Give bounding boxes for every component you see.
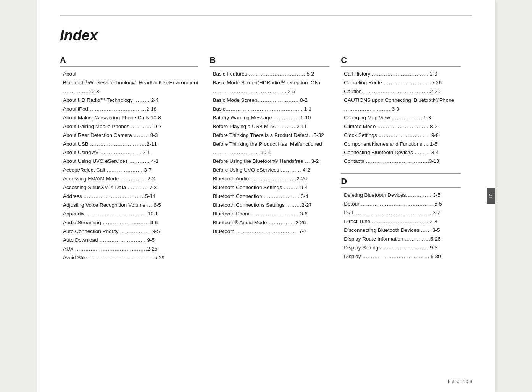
section-letter-a: A: [60, 55, 198, 67]
page-title: Index: [60, 27, 472, 44]
index-entry: Battery Warning Message …………… 1-10: [210, 114, 329, 122]
index-entry: Auto Connection Priority ……………… 9-5: [60, 227, 198, 236]
index-entry: Display Route Information ……………5-26: [341, 235, 461, 244]
index-entry: About Rear Detection Camera ……… 8-3: [60, 131, 198, 140]
section-c: CCall History …………………………… 3-9Canceling R…: [341, 55, 461, 166]
index-entry: Component Names and Functions … 1-5: [341, 140, 461, 149]
index-entry: Bluetooth® Audio Mode …………… 2-26: [210, 218, 329, 227]
index-entry: Appendix ………………………………10-1: [60, 210, 198, 218]
index-entry: Display Settings ……………………… 9-3: [341, 244, 461, 252]
index-entry: About Using UVO eServices ………… 4-1: [60, 157, 198, 166]
index-entry: Caution………………………………….2-20: [341, 87, 461, 96]
index-entry: Avoid Street ………………………………5-29: [60, 254, 198, 262]
index-entry: About HD Radio™ Technology ……… 2-4: [60, 96, 198, 105]
index-entry: Display ………………………………….5-30: [341, 252, 461, 261]
index-entry: Direct Tune …………………………… 2-8: [341, 217, 461, 226]
page-container: Index AAbout Bluetooth®WirelessTechnolog…: [37, 0, 495, 392]
index-entry: Before Using the Bluetooth® Handsfree … …: [210, 157, 329, 166]
column-cd: CCall History …………………………… 3-9Canceling R…: [341, 55, 472, 268]
index-entry: Call History …………………………… 3-9: [341, 70, 461, 79]
index-entry: Audio Streaming ……………………… 9-6: [60, 218, 198, 227]
index-entry: Canceling Route ……………………….5-26: [341, 79, 461, 87]
section-letter-c: C: [341, 55, 461, 67]
index-entry: Changing Map View ……………… 5-3: [341, 114, 461, 122]
index-entry: Bluetooth Connection Settings ……… 9-4: [210, 183, 329, 192]
section-b: BBasic Features…….……………………… 5-2Basic Mod…: [210, 55, 329, 236]
index-entry: CAUTIONS upon Connecting Bluetooth®Phone…: [341, 96, 461, 114]
footer-page-number: Index I 10-9: [448, 379, 472, 384]
section-letter-b: B: [210, 55, 329, 67]
section-d: DDeleting Bluetooth Devices…………… 3-5Deto…: [341, 173, 461, 261]
index-entry: Before Playing a USB MP3………… 2-11: [210, 122, 329, 131]
index-entry: Deleting Bluetooth Devices…………… 3-5: [341, 191, 461, 200]
index-entry: Basic Mode Screen…………………… 8-2: [210, 96, 329, 105]
index-entry: About Pairing Mobile Phones …………10-7: [60, 122, 198, 131]
index-entry: Before Thinking There is a Product Defec…: [210, 131, 329, 140]
index-entry: About USB ……………………………2-11: [60, 140, 198, 149]
index-entry: Disconnecting Bluetooth Devices …… 3-5: [341, 226, 461, 235]
index-entry: About Bluetooth®WirelessTechnology/ Head…: [60, 70, 198, 96]
column-b: BBasic Features…….……………………… 5-2Basic Mod…: [210, 55, 341, 243]
index-entry: Basic……………………………………… 1-1: [210, 105, 329, 114]
index-entry: Accessing SiriusXM™ Data ………… 7-8: [60, 183, 198, 192]
index-entry: Basic Features…….……………………… 5-2: [210, 70, 329, 79]
index-entry: Bluetooth Audio ………………………2-26: [210, 175, 329, 183]
index-entry: Bluetooth Phone ……………………… 3-6: [210, 210, 329, 218]
index-entry: Bluetooth Connection ………………… 3-4: [210, 192, 329, 201]
index-entry: AUX ……………………………………2-25: [60, 245, 198, 254]
index-entry: Bluetooth ……………………………… 7-7: [210, 227, 329, 236]
index-entry: Bluetooth Connections Settings ………2-27: [210, 201, 329, 210]
index-entry: Accessing FM/AM Mode …………… 2-2: [60, 175, 198, 183]
chapter-tab: 10: [487, 188, 495, 204]
index-entry: Connecting Bluetooth Devices ……… 3-4: [341, 148, 461, 157]
index-entry: Detour …………………………………… 5-5: [341, 200, 461, 209]
index-entry: Adjusting Voice Recognition Volume … 6-5: [60, 201, 198, 210]
index-entry: Before Thinking the Product Has Malfunct…: [210, 140, 329, 157]
index-entry: About Making/Answering Phone Calls 10-8: [60, 114, 198, 122]
index-columns: AAbout Bluetooth®WirelessTechnology/ Hea…: [60, 55, 472, 269]
index-entry: Accept/Reject Call ………………… 3-7: [60, 166, 198, 175]
index-entry: Auto Download ……………………… 9-5: [60, 236, 198, 245]
index-entry: Clock Settings ………………………… 9-8: [341, 131, 461, 140]
section-letter-d: D: [341, 177, 461, 188]
index-entry: Before Using UVO eServices ………… 4-2: [210, 166, 329, 175]
index-entry: Basic Mode Screen(HDRadio™ reception ON)…: [210, 79, 329, 96]
index-entry: Climate Mode ………………………… 8-2: [341, 122, 461, 131]
index-entry: Address ………………………………5-14: [60, 192, 198, 201]
section-a: AAbout Bluetooth®WirelessTechnology/ Hea…: [60, 55, 198, 262]
index-entry: About Using AV …………………… 2-1: [60, 148, 198, 157]
index-entry: About iPod ……………………………2-18: [60, 105, 198, 114]
index-entry: Dial ……………………………………… 3-7: [341, 209, 461, 217]
index-entry: Contacts ……………………………….3-10: [341, 157, 461, 166]
column-a: AAbout Bluetooth®WirelessTechnology/ Hea…: [60, 55, 210, 269]
